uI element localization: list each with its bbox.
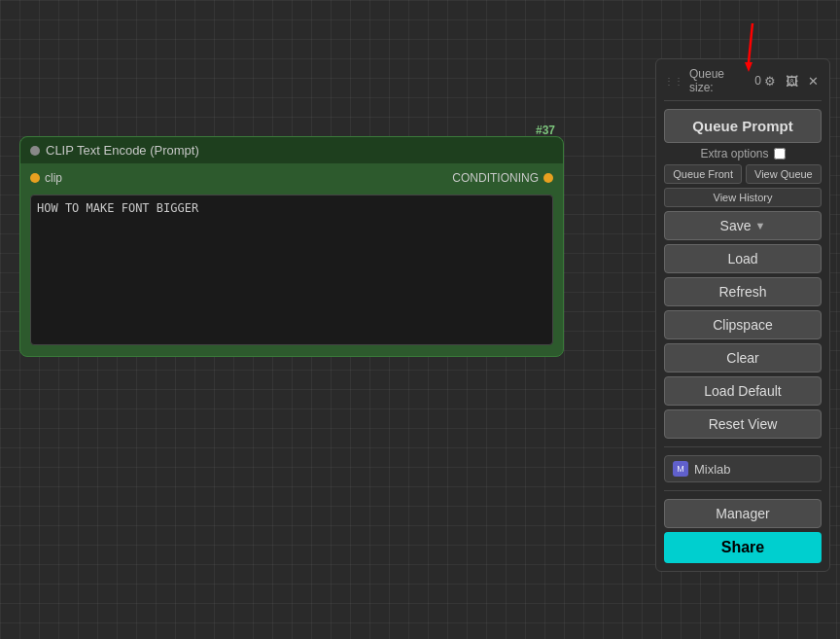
clipspace-button[interactable]: Clipspace xyxy=(664,310,822,339)
red-arrow-indicator xyxy=(741,21,760,78)
close-icon: ✕ xyxy=(808,74,819,89)
view-queue-label: View Queue xyxy=(754,168,813,180)
port-dot-right xyxy=(543,173,553,183)
svg-line-0 xyxy=(749,23,752,62)
view-queue-button[interactable]: View Queue xyxy=(746,164,822,184)
save-button[interactable]: Save ▼ xyxy=(664,211,822,240)
divider-2 xyxy=(664,490,822,491)
node-header: CLIP Text Encode (Prompt) #37 xyxy=(20,137,563,163)
load-default-label: Load Default xyxy=(704,383,781,399)
port-left-label: clip xyxy=(30,171,62,185)
prompt-textarea[interactable]: HOW TO MAKE FONT BIGGER xyxy=(30,195,553,345)
load-default-button[interactable]: Load Default xyxy=(664,376,822,406)
panel-header-icons: ⚙ 🖼 ✕ xyxy=(761,73,822,89)
extra-options-label: Extra options xyxy=(700,147,768,160)
share-button[interactable]: Share xyxy=(664,532,822,563)
gear-icon-button[interactable]: ⚙ xyxy=(761,73,779,89)
load-label: Load xyxy=(727,251,757,266)
clipspace-label: Clipspace xyxy=(713,317,772,333)
share-label: Share xyxy=(721,539,764,555)
node-status-dot xyxy=(30,146,40,156)
gear-icon: ⚙ xyxy=(764,74,776,89)
close-icon-button[interactable]: ✕ xyxy=(805,73,822,89)
manager-button[interactable]: Manager xyxy=(664,499,822,528)
clip-text-encode-node: CLIP Text Encode (Prompt) #37 clip CONDI… xyxy=(19,136,564,357)
divider-1 xyxy=(664,446,822,447)
extra-options-checkbox[interactable] xyxy=(774,148,786,160)
image-icon: 🖼 xyxy=(786,74,798,89)
port-left-text: clip xyxy=(45,171,62,185)
queue-front-view-row: Queue Front View Queue xyxy=(664,164,822,184)
mixlab-icon: M xyxy=(673,461,688,477)
port-right-text: CONDITIONING xyxy=(452,171,539,185)
load-button[interactable]: Load xyxy=(664,244,822,273)
node-body: clip CONDITIONING HOW TO MAKE FONT BIGGE… xyxy=(20,163,563,356)
queue-prompt-button[interactable]: Queue Prompt xyxy=(664,109,822,143)
refresh-label: Refresh xyxy=(718,284,766,300)
svg-marker-1 xyxy=(745,62,752,72)
clear-button[interactable]: Clear xyxy=(664,343,822,373)
image-icon-button[interactable]: 🖼 xyxy=(783,73,801,89)
queue-prompt-label: Queue Prompt xyxy=(692,118,792,134)
node-title-text: CLIP Text Encode (Prompt) xyxy=(46,143,199,158)
reset-view-button[interactable]: Reset View xyxy=(664,409,822,439)
save-label: Save xyxy=(720,218,752,233)
manager-label: Manager xyxy=(716,506,769,521)
reset-view-label: Reset View xyxy=(709,416,778,432)
queue-front-button[interactable]: Queue Front xyxy=(664,164,742,184)
mixlab-button[interactable]: M Mixlab xyxy=(664,455,822,482)
refresh-button[interactable]: Refresh xyxy=(664,277,822,306)
extra-options-row: Extra options xyxy=(664,147,822,160)
queue-front-label: Queue Front xyxy=(673,168,733,180)
right-panel: ⋮⋮ Queue size: 0 ⚙ 🖼 ✕ Queue Prompt Extr… xyxy=(655,58,830,572)
node-title: CLIP Text Encode (Prompt) xyxy=(30,143,199,158)
save-dropdown-arrow: ▼ xyxy=(755,220,766,231)
node-port-row: clip CONDITIONING xyxy=(30,171,553,185)
mixlab-label: Mixlab xyxy=(694,462,731,477)
clear-label: Clear xyxy=(726,350,758,366)
view-history-label: View History xyxy=(714,192,773,203)
port-dot-left xyxy=(30,173,40,183)
drag-handle-icon: ⋮⋮ xyxy=(664,76,683,87)
port-right-label: CONDITIONING xyxy=(452,171,553,185)
node-badge: #37 xyxy=(536,124,555,137)
view-history-button[interactable]: View History xyxy=(664,188,822,207)
